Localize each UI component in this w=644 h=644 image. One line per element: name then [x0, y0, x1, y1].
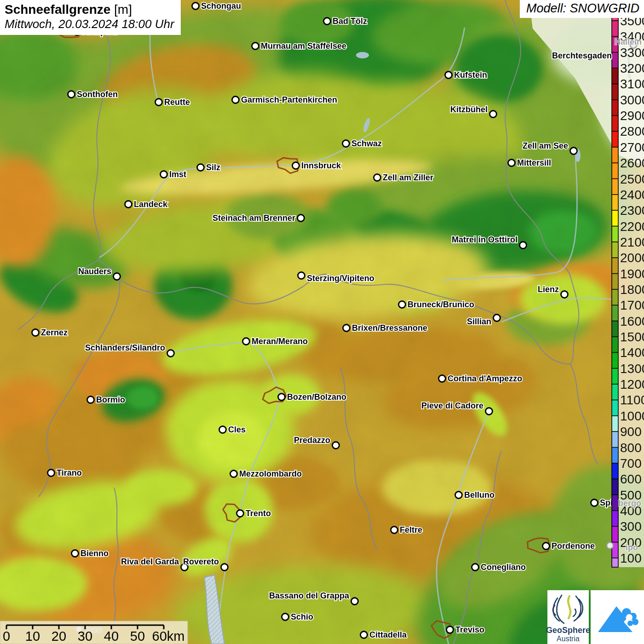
- city-cortina-d-ampezzo: Cortina d'Ampezzo: [439, 374, 523, 383]
- map-title-line: Schneefallgrenze [m]: [5, 3, 174, 16]
- city-label: Conegliano: [481, 563, 526, 572]
- colorbar-segment: [612, 352, 618, 368]
- city-label: Matrei in Osttirol: [452, 235, 518, 244]
- city-dot: [219, 426, 226, 433]
- city-bruneck-brunico: Bruneck/Brunico: [399, 300, 475, 309]
- city-dot: [298, 215, 305, 222]
- city-label: Bienno: [80, 549, 109, 558]
- city-label: Lienz: [538, 285, 559, 294]
- colorbar-tick-label: 1400: [620, 345, 644, 360]
- colorbar-tick-label: 3000: [620, 93, 644, 107]
- city-label: Cittadella: [369, 630, 407, 639]
- city-dot: [486, 408, 493, 415]
- colorbar-segment: [612, 210, 618, 226]
- colorbar-segment: [612, 52, 618, 69]
- city-dot: [161, 171, 167, 178]
- colorbar-segment: [612, 511, 618, 527]
- city-dot: [333, 442, 339, 449]
- colorbar-segment: [612, 368, 618, 385]
- colorbar-segment: [612, 448, 618, 464]
- lake-walchensee: [356, 52, 369, 58]
- colorbar-segment: [612, 147, 618, 163]
- map-datetime: Mittwoch, 20.03.2024 18:00 Uhr: [5, 17, 174, 31]
- colorbar-legend: 3500340033003200310030002900280027002600…: [612, 14, 644, 568]
- map-canvas: SchongauBad TölzKemptenMurnau am Staffel…: [0, 0, 644, 644]
- city-label: Mittersill: [517, 158, 551, 167]
- colorbar-tick-label: 900: [620, 425, 642, 439]
- colorbar-tick-label: 2500: [620, 172, 644, 186]
- colorbar-segment: [612, 416, 618, 432]
- colorbar-tick-label: 1600: [620, 314, 644, 328]
- colorbar-tick-label: 2100: [620, 235, 644, 249]
- city-garmisch-partenkirchen: Garmisch-Partenkirchen: [232, 95, 338, 104]
- city-label: Treviso: [455, 625, 484, 634]
- colorbar-tick-label: 2900: [620, 109, 644, 123]
- cloud-icon-cutout: [626, 614, 632, 621]
- colorbar-segment: [612, 384, 618, 400]
- city-label: Riva del Garda: [121, 557, 179, 566]
- city-label: Meran/Merano: [252, 337, 308, 346]
- colorbar-segment: [612, 258, 618, 274]
- city-dot: [68, 91, 75, 98]
- colorbar-tick-label: 2200: [620, 219, 644, 234]
- colorbar-segment: [612, 100, 618, 116]
- colorbar-segment: [612, 195, 618, 211]
- city-dot: [125, 201, 132, 208]
- title-box: Schneefallgrenze [m] Mittwoch, 20.03.202…: [0, 0, 181, 35]
- city-dot: [591, 500, 598, 506]
- scale-bar-label: 0: [3, 629, 10, 644]
- city-zernez: Zernez: [32, 328, 68, 337]
- city-trento: Trento: [237, 509, 271, 518]
- colorbar-tick-label: 600: [620, 472, 642, 486]
- city-label: Schio: [291, 612, 313, 621]
- ghost-city-label: ipo: [626, 543, 638, 552]
- city-dot: [192, 3, 199, 10]
- city-label: Zell am See: [523, 141, 568, 150]
- model-label: Modell: SNOWGRID: [520, 0, 644, 18]
- scale-bar-label: 20: [52, 629, 66, 644]
- city-label: Pieve di Cadore: [421, 401, 483, 410]
- colorbar-segment: [612, 226, 618, 242]
- colorbar-tick-label: 1000: [620, 409, 644, 423]
- map-unit: [m]: [114, 2, 132, 17]
- city-tirano: Tirano: [48, 468, 82, 477]
- city-dot: [278, 394, 285, 401]
- scale-bar: 0102030405060km: [0, 621, 188, 644]
- ghost-city-label: Hallein: [615, 37, 642, 46]
- colorbar-tick-label: 1500: [620, 330, 644, 344]
- city-schio: Schio: [282, 612, 314, 621]
- city-dot: [391, 527, 398, 534]
- city-label: Bad Tölz: [333, 17, 367, 26]
- colorbar-segment: [612, 179, 618, 195]
- colorbar-tick-label: 2700: [620, 140, 644, 155]
- outside-city-label: Berchtesgaden: [552, 51, 612, 60]
- colorbar-tick-label: 2300: [620, 203, 644, 218]
- city-label: Bozen/Bolzano: [287, 392, 346, 402]
- colorbar-tick-label: 3100: [620, 77, 644, 91]
- geosphere-logo-text: GeoSphere: [546, 626, 590, 635]
- city-label: Mezzolombardo: [239, 469, 302, 478]
- colorbar-segment: [612, 274, 618, 290]
- colorbar-tick-label: 2600: [620, 156, 644, 170]
- city-label: Belluno: [464, 490, 494, 500]
- city-label: Landeck: [134, 200, 168, 209]
- colorbar-segment: [612, 242, 618, 258]
- map-title: Schneefallgrenze: [5, 2, 110, 17]
- city-bienno: Bienno: [72, 549, 109, 558]
- colorbar-segment: [612, 400, 618, 416]
- city-dot: [48, 470, 55, 477]
- city-bormio: Bormio: [87, 395, 126, 404]
- colorbar-tick-label: 1900: [620, 267, 644, 281]
- colorbar-tick-label: 300: [620, 519, 642, 534]
- city-silz: Silz: [197, 163, 221, 172]
- city-dot: [374, 174, 381, 181]
- colorbar-segment: [612, 84, 618, 100]
- colorbar-segment: [612, 321, 618, 337]
- city-belluno: Belluno: [455, 490, 495, 500]
- colorbar-segment: [612, 495, 618, 511]
- city-reutte: Reutte: [155, 98, 190, 107]
- colorbar-tick-label: 1700: [620, 298, 644, 312]
- scale-bar-label: 50: [130, 629, 145, 644]
- city-dot: [293, 162, 299, 169]
- colorbar-tick-label: 2800: [620, 124, 644, 138]
